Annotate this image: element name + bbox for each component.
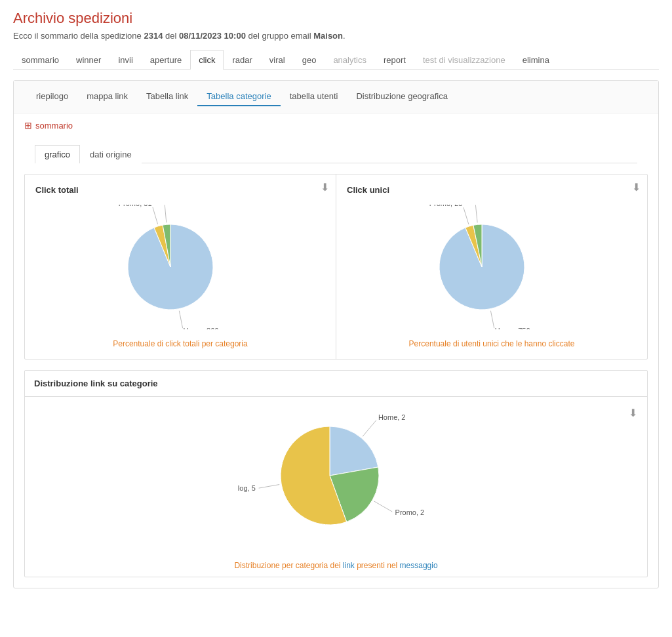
chart-unique-caption: Percentuale di utenti unici che le hanno… [347, 339, 637, 348]
dist-caption: Distribuzione per categoria dei link pre… [25, 554, 647, 577]
svg-text:Promo, 25: Promo, 25 [429, 205, 463, 207]
svg-line-5 [165, 205, 166, 222]
sommario-section: ⊞ sommario [14, 113, 658, 137]
chart-total-title: Click totali [35, 185, 325, 195]
dist-message-link[interactable]: messaggio [400, 561, 438, 570]
sub-nav-item-Tabella-categorie[interactable]: Tabella categorie [197, 87, 280, 106]
svg-text:Promo, 2: Promo, 2 [395, 508, 424, 516]
svg-line-9 [464, 207, 469, 224]
sub-nav-item-Tabella-link[interactable]: Tabella link [137, 87, 197, 106]
graph-tab-grafico[interactable]: grafico [35, 145, 80, 163]
toggle-icon: ⊞ [24, 120, 32, 131]
svg-line-3 [153, 207, 158, 224]
chart-total-wrapper: Home, 866Promo, 31Blog, 27 [35, 201, 325, 333]
pie-unique-actual: Home, 756Promo, 25Blog, 26 [416, 205, 567, 329]
svg-line-1 [179, 311, 182, 328]
nav-tab-geo[interactable]: geo [294, 50, 325, 70]
chart-unique-wrapper: Home, 756Promo, 25Blog, 26 [347, 201, 637, 333]
sub-nav-item-tabella-utenti[interactable]: tabella utenti [281, 87, 347, 106]
distribution-section: Distribuzione link su categorie ⬇ Home, … [24, 370, 648, 577]
page-title: Archivio spedizioni [13, 10, 659, 27]
nav-tab-aperture[interactable]: aperture [142, 50, 190, 70]
download-total-icon[interactable]: ⬇ [321, 181, 329, 194]
svg-text:Blog, 5: Blog, 5 [238, 484, 256, 492]
svg-line-15 [374, 501, 392, 512]
content-panel: riepilogomappa linkTabella linkTabella c… [13, 80, 659, 588]
dist-link-link[interactable]: link [343, 561, 355, 570]
svg-line-13 [363, 421, 376, 437]
chart-unique-title: Click unici [347, 185, 637, 195]
svg-text:Home, 2: Home, 2 [378, 413, 405, 421]
sub-nav: riepilogomappa linkTabella linkTabella c… [14, 81, 658, 113]
nav-tab-radar[interactable]: radar [224, 50, 260, 70]
nav-tab-sommario[interactable]: sommario [13, 50, 68, 70]
svg-line-7 [490, 311, 494, 328]
svg-text:Promo, 31: Promo, 31 [119, 205, 152, 207]
nav-tab-elimina[interactable]: elimina [514, 50, 558, 70]
svg-line-11 [475, 205, 477, 222]
sub-nav-item-mappa-link[interactable]: mappa link [77, 87, 137, 106]
pie-total-actual: Home, 866Promo, 31Blog, 27 [105, 205, 256, 329]
sommario-toggle[interactable]: ⊞ sommario [24, 120, 648, 131]
sommario-label: sommario [35, 121, 73, 131]
svg-line-17 [258, 485, 279, 489]
nav-tab-viral[interactable]: viral [261, 50, 294, 70]
download-dist-icon[interactable]: ⬇ [629, 407, 637, 419]
charts-row: Click totali ⬇ Home, 866Promo, 31Blog, 2… [24, 174, 648, 360]
nav-tab-invii[interactable]: invii [109, 50, 141, 70]
sub-nav-item-riepilogo[interactable]: riepilogo [27, 87, 77, 106]
chart-total-section: Click totali ⬇ Home, 866Promo, 31Blog, 2… [25, 175, 336, 359]
chart-unique-section: Click unici ⬇ Home, 756Promo, 25Blog, 26… [336, 175, 647, 359]
dist-chart-wrapper: ⬇ Home, 2Promo, 2Blog, 5 [31, 403, 641, 548]
svg-text:Home, 756: Home, 756 [495, 327, 530, 329]
nav-tab-winner[interactable]: winner [68, 50, 109, 70]
nav-tab-report[interactable]: report [375, 50, 414, 70]
nav-tab-analytics: analytics [325, 50, 375, 70]
main-nav: sommariowinnerinviiapertureclickradarvir… [13, 50, 659, 70]
chart-total-caption: Percentuale di click totali per categori… [35, 339, 325, 348]
svg-text:Home, 866: Home, 866 [184, 327, 219, 329]
dist-title: Distribuzione link su categorie [25, 371, 647, 397]
graph-tabs-area: graficodati origine [14, 145, 658, 163]
sub-nav-item-Distribuzione-geografica[interactable]: Distribuzione geografica [347, 87, 456, 106]
nav-tab-click[interactable]: click [190, 50, 224, 70]
graph-tabs: graficodati origine [35, 145, 637, 163]
download-unique-icon[interactable]: ⬇ [632, 181, 641, 194]
subtitle: Ecco il sommario della spedizione 2314 d… [13, 31, 659, 41]
nav-tab-test-di-visualizzazione: test di visualizzazione [414, 50, 514, 70]
pie-dist-actual: Home, 2Promo, 2Blog, 5 [238, 410, 435, 541]
graph-tab-dati-origine[interactable]: dati origine [80, 145, 142, 163]
